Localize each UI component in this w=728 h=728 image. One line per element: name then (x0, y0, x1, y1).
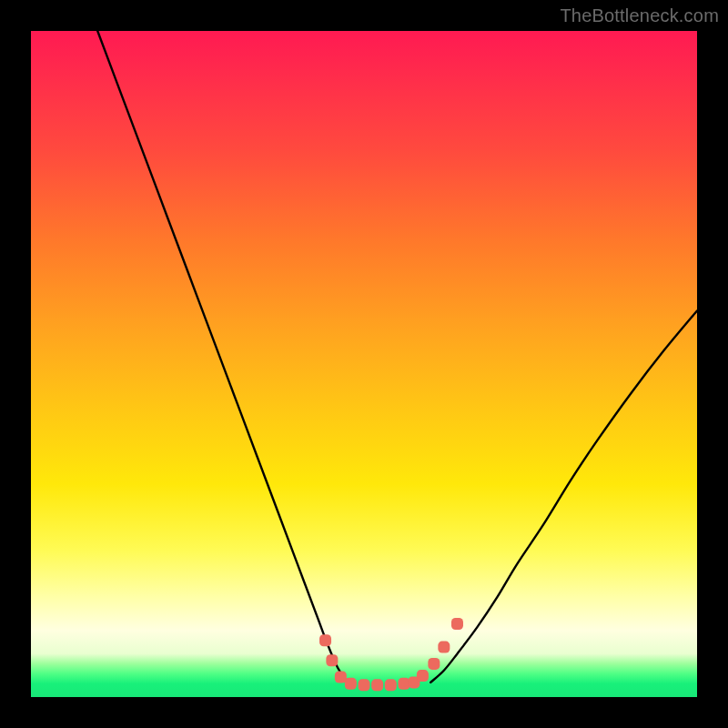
valley-markers-group (319, 618, 463, 691)
valley-marker (359, 679, 370, 691)
valley-marker (326, 654, 338, 666)
valley-marker (385, 679, 397, 691)
chart-svg (31, 31, 697, 697)
valley-marker (345, 678, 357, 690)
right-curve-path (430, 310, 697, 682)
valley-marker (417, 670, 429, 682)
valley-marker (371, 679, 383, 691)
chart-frame: TheBottleneck.com (0, 0, 728, 728)
left-curve-path (97, 31, 348, 682)
valley-marker (438, 642, 450, 653)
valley-marker (451, 618, 463, 630)
valley-marker (428, 658, 440, 670)
watermark-text: TheBottleneck.com (560, 5, 719, 26)
valley-marker (319, 634, 331, 646)
